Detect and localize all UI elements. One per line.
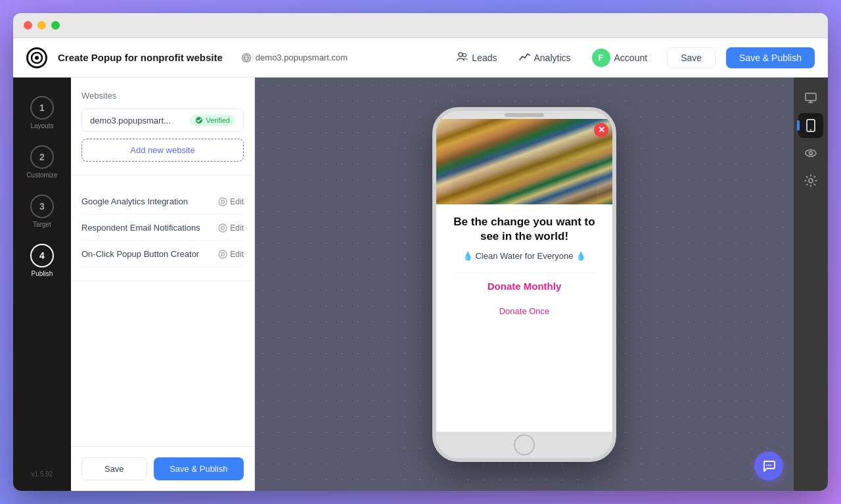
step-customize[interactable]: 2 Customize [21,140,62,184]
step-3-circle: 3 [30,195,54,218]
nav-url: demo3.popupsmart.com [241,53,348,63]
nav-analytics[interactable]: Analytics [509,47,580,69]
svg-point-1 [35,56,39,60]
active-indicator [797,120,800,131]
mac-window: Create Popup for nonprofit website demo3… [13,13,828,491]
svg-point-13 [766,465,767,466]
email-notifications-name: Respondent Email Notifications [81,223,200,233]
title-bar [13,13,828,38]
setting-email-notifications: Respondent Email Notifications Edit [81,215,244,241]
analytics-icon [518,51,530,65]
crowd-overlay [436,119,612,204]
close-button[interactable] [24,21,32,30]
right-tools [794,78,828,491]
svg-rect-12 [452,158,597,204]
svg-point-9 [221,226,225,229]
globe-icon [241,53,252,63]
analytics-label: Analytics [534,53,571,63]
popup-card: ✕ Be the change you want to see in the w… [436,119,612,432]
verified-badge: Verified [190,114,235,126]
onclick-creator-edit-label: Edit [230,250,244,259]
email-notifications-edit[interactable]: Edit [218,223,244,233]
top-nav: Create Popup for nonprofit website demo3… [13,38,828,78]
panel-save-button[interactable]: Save [81,457,147,480]
monitor-icon [804,91,817,104]
add-website-button[interactable]: Add new website [81,139,244,162]
leads-icon [456,51,468,65]
integrations-section: Google Analytics Integration Edit Respon… [71,175,254,281]
svg-point-3 [459,53,463,57]
app-content: Create Popup for nonprofit website demo3… [13,38,828,491]
version-text: v1.5.92 [32,470,53,478]
svg-point-10 [219,250,227,258]
home-button[interactable] [514,434,535,455]
setting-onclick-creator: On-Click Popup Button Creator Edit [81,241,244,267]
main-area: 1 Layouts 2 Customize 3 Target [13,78,828,491]
step-layouts[interactable]: 1 Layouts [25,91,59,135]
step-4-circle: 4 [30,244,54,267]
app-logo [26,47,47,68]
svg-point-8 [219,224,227,232]
mobile-tool-button[interactable] [798,113,823,138]
step-3-label: Target [33,221,51,228]
panel-publish-button[interactable]: Save & Publish [154,457,244,480]
check-icon [195,116,203,124]
website-url: demo3.popupsmart.com [256,53,348,62]
settings-icon-1 [218,223,227,233]
panel-footer: Save Save & Publish [71,446,254,491]
fullscreen-button[interactable] [51,21,60,30]
step-1-circle: 1 [30,96,54,120]
eye-icon [804,147,817,160]
popup-title: Be the change you want to see in the wor… [445,215,603,244]
settings-icon-2 [218,250,227,259]
minimize-button[interactable] [37,21,46,30]
svg-point-11 [221,252,225,256]
email-notifications-edit-label: Edit [230,223,244,233]
gear-icon [804,174,817,187]
svg-rect-16 [806,93,816,101]
step-2-label: Customize [26,172,57,179]
website-item: demo3.popupsmart... Verified [81,108,244,132]
settings-panel: Websites demo3.popupsmart... Verified Ad… [71,78,255,491]
leads-label: Leads [472,53,497,63]
popup-image: ✕ [436,119,612,204]
google-analytics-name: Google Analytics Integration [81,196,188,206]
account-label: Account [614,53,648,63]
step-4-label: Publish [32,270,53,277]
popup-close-button[interactable]: ✕ [594,123,608,137]
donate-monthly-button[interactable]: Donate Monthly [453,273,595,299]
popup-subtitle: 💧 Clean Water for Everyone 💧 [463,250,586,262]
setting-google-analytics: Google Analytics Integration Edit [81,189,244,215]
page-title: Create Popup for nonprofit website [58,52,223,63]
nav-account[interactable]: F Account [583,45,657,71]
phone-mockup: ✕ Be the change you want to see in the w… [432,107,616,462]
svg-point-4 [463,53,466,57]
websites-title: Websites [81,91,244,101]
phone-home-bar [436,432,612,458]
svg-point-15 [770,465,771,466]
preview-area: ✕ Be the change you want to see in the w… [255,78,794,491]
onclick-creator-edit[interactable]: Edit [218,250,244,259]
preview-tool-button[interactable] [798,141,823,166]
svg-point-14 [768,465,769,466]
chat-button[interactable] [754,451,783,480]
onclick-creator-name: On-Click Popup Button Creator [81,249,199,259]
nav-leads[interactable]: Leads [447,47,506,69]
save-button[interactable]: Save [667,47,716,68]
donate-once-button[interactable]: Donate Once [453,299,595,323]
monitor-tool-button[interactable] [798,85,823,110]
popup-body: Be the change you want to see in the wor… [436,204,612,432]
left-sidebar: 1 Layouts 2 Customize 3 Target [13,78,71,491]
google-analytics-edit-label: Edit [230,197,244,206]
publish-button[interactable]: Save & Publish [726,47,815,68]
settings-icon-0 [218,197,227,206]
step-publish[interactable]: 4 Publish [25,239,59,283]
google-analytics-edit[interactable]: Edit [218,197,244,206]
verified-label: Verified [206,116,230,124]
mobile-icon [806,119,816,132]
svg-point-6 [219,198,227,206]
svg-point-19 [806,150,816,156]
website-name: demo3.popupsmart... [90,116,171,126]
step-target[interactable]: 3 Target [25,189,59,233]
settings-tool-button[interactable] [798,168,823,193]
